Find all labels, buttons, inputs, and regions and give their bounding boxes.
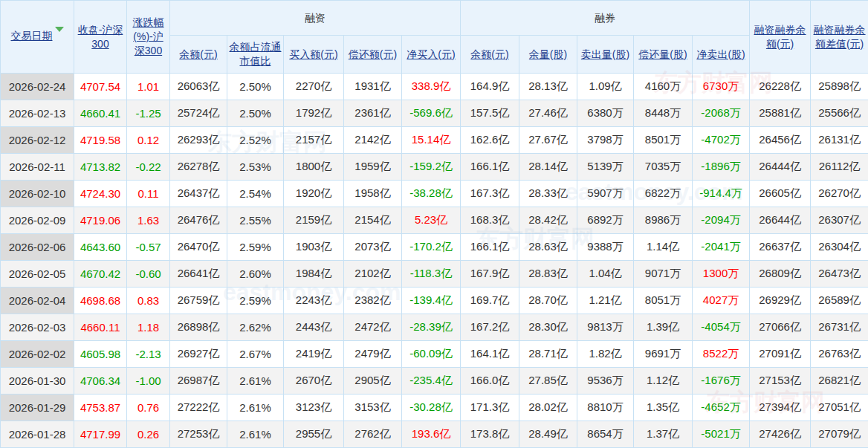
- sort-link-sec-sell[interactable]: 卖出量(股): [581, 48, 629, 60]
- cell-fin-net-buy: -159.2亿: [402, 154, 461, 181]
- header-sec-volume[interactable]: 余量(股): [519, 36, 577, 74]
- sort-link-date[interactable]: 交易日期: [11, 30, 53, 42]
- sort-link-fin-net-buy[interactable]: 净买入(元): [407, 48, 455, 60]
- cell-sec-net-sell: -4054万: [693, 314, 750, 341]
- cell-sec-sell: 5139万: [577, 154, 634, 181]
- cell-sec-sell: 6380万: [577, 100, 634, 127]
- cell-trade-date: 2026-02-09: [1, 207, 74, 234]
- cell-sec-repay: 9691万: [634, 341, 693, 368]
- cell-fin-repay: 2762亿: [344, 421, 402, 448]
- header-fin-ratio[interactable]: 余额占流通市值比: [227, 36, 284, 74]
- cell-sec-balance: 164.1亿: [461, 341, 519, 368]
- header-sec-net-sell[interactable]: 净卖出(股): [693, 36, 750, 74]
- cell-sec-net-sell: 8522万: [693, 341, 750, 368]
- cell-fin-buy: 2443亿: [284, 314, 344, 341]
- header-trade-date[interactable]: 交易日期: [1, 1, 74, 74]
- cell-balance-diff: 25566亿: [811, 100, 868, 127]
- sort-link-fin-balance[interactable]: 余额(元): [179, 48, 217, 60]
- cell-fin-balance: 26641亿: [170, 261, 227, 288]
- cell-fin-ratio: 2.61%: [227, 368, 284, 395]
- cell-change: 1.63: [127, 207, 170, 234]
- cell-sec-volume: 27.85亿: [519, 368, 577, 395]
- cell-fin-buy: 3123亿: [284, 395, 344, 421]
- header-close-csi300[interactable]: 收盘-沪深300: [74, 1, 127, 74]
- cell-fin-net-buy: -139.4亿: [402, 288, 461, 314]
- cell-fin-balance: 27222亿: [170, 395, 227, 421]
- table-row: 2026-02-12 4719.58 0.12 26293亿 2.52% 215…: [1, 127, 868, 154]
- cell-total-balance: 26644亿: [750, 207, 811, 234]
- table-row: 2026-02-09 4719.06 1.63 26476亿 2.55% 215…: [1, 207, 868, 234]
- cell-sec-repay: 8986万: [634, 207, 693, 234]
- sort-desc-icon: [55, 31, 64, 45]
- cell-fin-ratio: 2.61%: [227, 395, 284, 421]
- table-row: 2026-02-02 4605.98 -2.13 26927亿 2.67% 24…: [1, 341, 868, 368]
- cell-close: 4753.87: [74, 395, 127, 421]
- cell-fin-repay: 2905亿: [344, 368, 402, 395]
- cell-fin-net-buy: -569.6亿: [402, 100, 461, 127]
- cell-balance-diff: 26307亿: [811, 207, 868, 234]
- cell-sec-volume: 28.13亿: [519, 74, 577, 100]
- cell-change: -1.25: [127, 100, 170, 127]
- cell-close: 4660.11: [74, 314, 127, 341]
- sort-link-close[interactable]: 收盘-沪深300: [78, 24, 123, 50]
- cell-total-balance: 27426亿: [750, 421, 811, 448]
- table-row: 2026-02-13 4660.41 -1.25 25724亿 2.50% 17…: [1, 100, 868, 127]
- cell-fin-balance: 26278亿: [170, 154, 227, 181]
- header-total-balance[interactable]: 融资融券余额(元): [750, 1, 811, 74]
- cell-sec-net-sell: -1896万: [693, 154, 750, 181]
- cell-fin-ratio: 2.55%: [227, 207, 284, 234]
- cell-balance-diff: 27051亿: [811, 395, 868, 421]
- cell-sec-balance: 169.7亿: [461, 288, 519, 314]
- sort-link-sec-net-sell[interactable]: 净卖出(股): [696, 48, 745, 60]
- cell-sec-sell: 9536万: [577, 368, 634, 395]
- header-fin-balance[interactable]: 余额(元): [170, 36, 227, 74]
- cell-total-balance: 27153亿: [750, 368, 811, 395]
- sort-link-sec-volume[interactable]: 余量(股): [529, 48, 567, 60]
- header-group-securities-lending: 融券: [461, 1, 750, 36]
- cell-close: 4724.30: [74, 181, 127, 207]
- sort-link-sec-repay[interactable]: 偿还量(股): [638, 48, 687, 60]
- header-sec-sell[interactable]: 卖出量(股): [577, 36, 634, 74]
- cell-sec-sell: 3798万: [577, 127, 634, 154]
- cell-fin-balance: 26898亿: [170, 314, 227, 341]
- cell-fin-net-buy: 193.6亿: [402, 421, 461, 448]
- cell-sec-net-sell: 6730万: [693, 74, 750, 100]
- cell-fin-buy: 1792亿: [284, 100, 344, 127]
- cell-fin-balance: 26063亿: [170, 74, 227, 100]
- header-fin-repay[interactable]: 偿还额(元): [344, 36, 402, 74]
- cell-sec-repay: 8051万: [634, 288, 693, 314]
- header-sec-balance[interactable]: 余额(元): [461, 36, 519, 74]
- cell-sec-net-sell: -4702万: [693, 127, 750, 154]
- header-balance-diff[interactable]: 融资融券余额差值(元): [811, 1, 868, 74]
- sort-link-total[interactable]: 融资融券余额(元): [754, 24, 806, 50]
- header-fin-buy[interactable]: 买入额(元): [284, 36, 344, 74]
- cell-sec-volume: 28.49亿: [519, 421, 577, 448]
- cell-balance-diff: 26821亿: [811, 368, 868, 395]
- sort-link-sec-balance[interactable]: 余额(元): [470, 48, 508, 60]
- cell-trade-date: 2026-02-03: [1, 314, 74, 341]
- cell-fin-ratio: 2.53%: [227, 154, 284, 181]
- cell-change: 0.11: [127, 181, 170, 207]
- cell-trade-date: 2026-01-30: [1, 368, 74, 395]
- sort-link-diff[interactable]: 融资融券余额差值(元): [814, 24, 866, 50]
- cell-fin-net-buy: -60.09亿: [402, 341, 461, 368]
- header-change-csi300[interactable]: 涨跌幅(%)-沪深300: [127, 1, 170, 74]
- cell-fin-net-buy: -38.28亿: [402, 181, 461, 207]
- sort-link-change[interactable]: 涨跌幅(%)-沪深300: [133, 16, 164, 56]
- cell-fin-ratio: 2.61%: [227, 421, 284, 448]
- cell-close: 4719.06: [74, 207, 127, 234]
- sort-link-fin-buy[interactable]: 买入额(元): [289, 48, 337, 60]
- cell-sec-net-sell: -2094万: [693, 207, 750, 234]
- cell-fin-balance: 26987亿: [170, 368, 227, 395]
- cell-fin-balance: 25724亿: [170, 100, 227, 127]
- cell-fin-balance: 26470亿: [170, 234, 227, 261]
- cell-sec-net-sell: -1676万: [693, 368, 750, 395]
- header-sec-repay[interactable]: 偿还量(股): [634, 36, 693, 74]
- cell-fin-buy: 1903亿: [284, 234, 344, 261]
- cell-fin-repay: 2479亿: [344, 341, 402, 368]
- cell-trade-date: 2026-02-13: [1, 100, 74, 127]
- cell-sec-volume: 28.42亿: [519, 207, 577, 234]
- header-fin-net-buy[interactable]: 净买入(元): [402, 36, 461, 74]
- sort-link-fin-ratio[interactable]: 余额占流通市值比: [230, 41, 282, 67]
- sort-link-fin-repay[interactable]: 偿还额(元): [349, 48, 397, 60]
